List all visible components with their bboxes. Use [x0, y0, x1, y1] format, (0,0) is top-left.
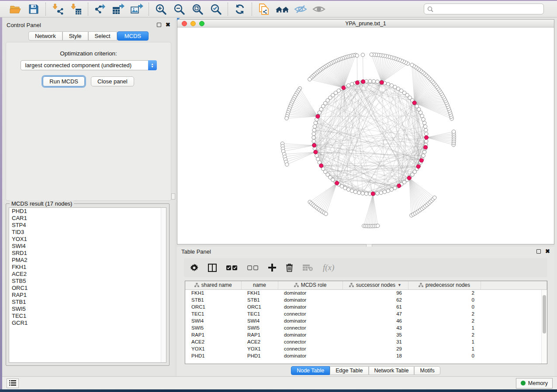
- import-network-icon[interactable]: [51, 3, 64, 16]
- network-canvas[interactable]: [177, 28, 554, 244]
- cell-name[interactable]: ACE2: [241, 338, 278, 345]
- memory-button[interactable]: Memory: [516, 378, 553, 389]
- search-input[interactable]: [436, 6, 540, 12]
- table-row[interactable]: STB1STB1dominator620: [185, 296, 547, 303]
- tab-select[interactable]: Select: [88, 31, 117, 41]
- show-all-icon[interactable]: [312, 3, 325, 16]
- tab-node-table[interactable]: Node Table: [291, 366, 330, 375]
- cell-shared-name[interactable]: ACE2: [185, 338, 241, 345]
- column-view-icon[interactable]: [208, 264, 217, 272]
- cell-successor-nodes[interactable]: 31: [343, 338, 408, 345]
- cell-shared-name[interactable]: YOX1: [185, 345, 241, 352]
- cell-mcds-role[interactable]: connector: [278, 310, 343, 317]
- table-row[interactable]: PHD1PHD1dominator180: [185, 352, 547, 359]
- cell-successor-nodes[interactable]: 35: [343, 331, 408, 338]
- cell-name[interactable]: STB1: [241, 296, 278, 303]
- close-table-panel-icon[interactable]: ✖: [545, 249, 550, 254]
- cell-shared-name[interactable]: SWI5: [185, 324, 241, 331]
- zoom-out-icon[interactable]: [173, 3, 186, 16]
- table-row[interactable]: TEC1TEC1connector472: [185, 310, 547, 317]
- cell-predecessor-nodes[interactable]: 1: [408, 324, 481, 331]
- mcds-result-item[interactable]: STP4: [9, 222, 166, 229]
- cell-successor-nodes[interactable]: 61: [343, 303, 408, 310]
- cell-successor-nodes[interactable]: 29: [343, 345, 408, 352]
- mcds-result-item[interactable]: YOX1: [9, 236, 166, 243]
- delete-icon[interactable]: [286, 263, 293, 272]
- cell-predecessor-nodes[interactable]: 0: [408, 352, 481, 359]
- mcds-result-item[interactable]: RAP1: [9, 292, 166, 299]
- cell-successor-nodes[interactable]: 62: [343, 296, 408, 303]
- cell-shared-name[interactable]: ORC1: [185, 303, 241, 310]
- column-header-shared-name[interactable]: shared name: [185, 281, 241, 289]
- save-icon[interactable]: [27, 3, 40, 16]
- zoom-in-icon[interactable]: [154, 3, 167, 16]
- export-image-icon[interactable]: [130, 3, 143, 16]
- cell-name[interactable]: TEC1: [241, 310, 278, 317]
- cell-mcds-role[interactable]: connector: [278, 338, 343, 345]
- open-folder-icon[interactable]: [9, 3, 22, 16]
- cell-mcds-role[interactable]: connector: [278, 324, 343, 331]
- export-table-icon[interactable]: [112, 3, 125, 16]
- cell-successor-nodes[interactable]: 47: [343, 310, 408, 317]
- gear-icon[interactable]: [190, 264, 198, 272]
- cell-shared-name[interactable]: STB1: [185, 296, 241, 303]
- table-row[interactable]: SWI4SWI4dominator462: [185, 317, 547, 324]
- cell-predecessor-nodes[interactable]: 0: [408, 303, 481, 310]
- tab-edge-table[interactable]: Edge Table: [330, 366, 368, 375]
- mcds-result-item[interactable]: ORC1: [9, 285, 166, 292]
- mcds-result-item[interactable]: PMA2: [9, 257, 166, 264]
- table-row[interactable]: YOX1YOX1connector291: [185, 345, 547, 352]
- run-mcds-button[interactable]: Run MCDS: [43, 76, 85, 86]
- table-scrollbar-thumb[interactable]: [543, 295, 546, 334]
- table-row[interactable]: SWI5SWI5connector431: [185, 324, 547, 331]
- cell-mcds-role[interactable]: dominator: [278, 289, 343, 296]
- mcds-result-item[interactable]: SRD1: [9, 250, 166, 257]
- cell-successor-nodes[interactable]: 18: [343, 352, 408, 359]
- clone-network-icon[interactable]: [257, 3, 270, 16]
- table-scrollbar[interactable]: [541, 290, 547, 364]
- cell-successor-nodes[interactable]: 43: [343, 324, 408, 331]
- table-row[interactable]: FKH1FKH1dominator962: [185, 289, 547, 296]
- import-table-icon[interactable]: [69, 3, 83, 16]
- cell-predecessor-nodes[interactable]: 2: [408, 310, 481, 317]
- cell-mcds-role[interactable]: dominator: [278, 317, 343, 324]
- vertical-split-handle[interactable]: [171, 193, 175, 199]
- close-panel-button[interactable]: Close panel: [91, 76, 134, 86]
- cell-shared-name[interactable]: RAP1: [185, 331, 241, 338]
- mcds-result-item[interactable]: SWI4: [9, 243, 166, 250]
- cell-predecessor-nodes[interactable]: 1: [408, 345, 481, 352]
- mcds-result-item[interactable]: TEC1: [9, 313, 166, 320]
- export-network-icon[interactable]: [93, 3, 107, 16]
- mcds-result-item[interactable]: STB1: [9, 299, 166, 306]
- cell-name[interactable]: YOX1: [241, 345, 278, 352]
- cell-name[interactable]: SWI5: [241, 324, 278, 331]
- mcds-list-scrollbar[interactable]: [161, 208, 166, 362]
- deselect-all-icon[interactable]: [247, 265, 259, 271]
- cell-shared-name[interactable]: TEC1: [185, 310, 241, 317]
- mcds-result-item[interactable]: CAR1: [9, 215, 166, 222]
- column-header-mcds-role[interactable]: MCDS role: [278, 281, 343, 289]
- cell-name[interactable]: FKH1: [241, 289, 278, 296]
- mcds-result-item[interactable]: STB5: [9, 278, 166, 285]
- cell-name[interactable]: SWI4: [241, 317, 278, 324]
- column-header-name[interactable]: name: [241, 281, 278, 289]
- cell-predecessor-nodes[interactable]: 2: [408, 331, 481, 338]
- mcds-result-item[interactable]: PHD1: [9, 208, 166, 215]
- table-row[interactable]: RAP1RAP1dominator352: [185, 331, 547, 338]
- cell-successor-nodes[interactable]: 46: [343, 317, 408, 324]
- zoom-selected-icon[interactable]: [209, 3, 222, 16]
- cell-mcds-role[interactable]: dominator: [278, 331, 343, 338]
- tab-network-table[interactable]: Network Table: [369, 366, 415, 375]
- cell-predecessor-nodes[interactable]: 2: [408, 289, 481, 296]
- mcds-result-item[interactable]: GCR1: [9, 320, 166, 327]
- task-history-button[interactable]: [7, 378, 19, 388]
- cell-predecessor-nodes[interactable]: 1: [408, 338, 481, 345]
- mcds-result-item[interactable]: FKH1: [9, 264, 166, 271]
- tab-network[interactable]: Network: [28, 31, 62, 41]
- tab-motifs[interactable]: Motifs: [414, 366, 440, 375]
- cell-name[interactable]: RAP1: [241, 331, 278, 338]
- cell-shared-name[interactable]: FKH1: [185, 289, 241, 296]
- network-graph[interactable]: [177, 28, 554, 244]
- mcds-result-item[interactable]: ACE2: [9, 271, 166, 278]
- mcds-result-item[interactable]: SWI5: [9, 306, 166, 313]
